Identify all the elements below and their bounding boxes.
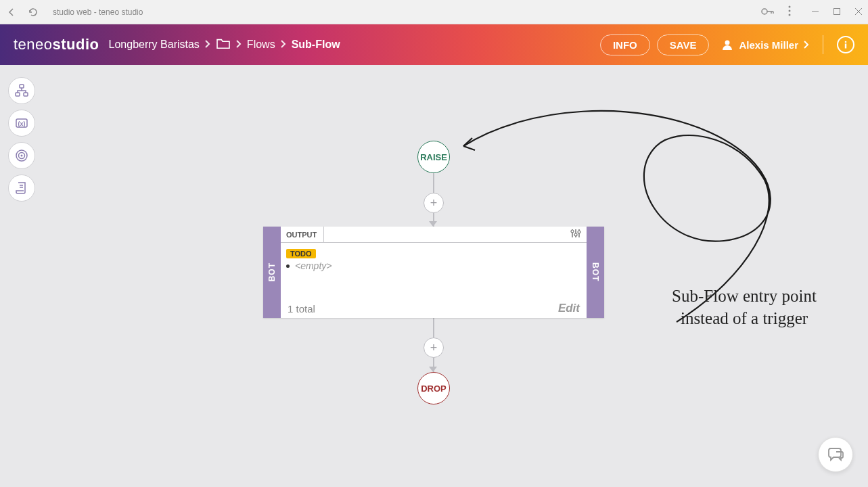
- browser-chrome: studio web - teneo studio: [0, 0, 868, 24]
- output-header: OUTPUT: [286, 227, 324, 242]
- svg-point-3: [789, 14, 791, 16]
- svg-point-16: [571, 230, 574, 233]
- app-header: teneostudio Longberry Baristas Flows Sub…: [0, 24, 868, 65]
- svg-point-2: [789, 9, 791, 11]
- rail-variables-button[interactable]: (x): [8, 110, 35, 137]
- svg-point-15: [21, 155, 23, 157]
- menu-dots-icon[interactable]: [788, 5, 791, 19]
- annotation-text: Sub-Flow entry point instead of a trigge…: [660, 285, 829, 329]
- reload-button[interactable]: [27, 6, 39, 18]
- breadcrumb: Longberry Baristas Flows Sub-Flow: [109, 37, 340, 52]
- svg-point-1: [789, 5, 791, 7]
- output-node[interactable]: BOT OUTPUT TODO <empty> 1 total Edit BOT: [263, 227, 604, 318]
- user-menu[interactable]: Alexis Miller: [721, 39, 809, 51]
- svg-point-0: [762, 9, 767, 14]
- arrow-down-icon: [429, 367, 437, 372]
- svg-text:(x): (x): [18, 120, 26, 127]
- rail-script-button[interactable]: [8, 175, 35, 202]
- raise-node[interactable]: RAISE: [417, 141, 450, 173]
- svg-rect-10: [24, 93, 28, 96]
- app-logo: teneostudio: [14, 36, 99, 53]
- chevron-right-icon: [804, 41, 809, 49]
- todo-badge: TODO: [286, 249, 316, 258]
- svg-rect-7: [845, 44, 846, 49]
- svg-rect-8: [20, 85, 24, 88]
- bot-handle-left[interactable]: BOT: [263, 227, 281, 318]
- folder-icon[interactable]: [216, 37, 231, 52]
- help-button[interactable]: [837, 36, 854, 53]
- breadcrumb-current: Sub-Flow: [292, 39, 340, 51]
- user-icon: [721, 39, 733, 51]
- left-rail: (x): [8, 77, 35, 202]
- divider: [823, 35, 823, 54]
- info-button[interactable]: INFO: [600, 34, 650, 55]
- bot-handle-right[interactable]: BOT: [587, 227, 604, 318]
- save-button[interactable]: SAVE: [657, 34, 710, 55]
- svg-point-5: [725, 41, 730, 45]
- svg-rect-9: [16, 93, 20, 96]
- user-name: Alexis Miller: [739, 39, 798, 51]
- svg-point-18: [578, 231, 580, 233]
- maximize-button[interactable]: [833, 6, 841, 18]
- minimize-button[interactable]: [811, 6, 819, 18]
- rail-structure-button[interactable]: [8, 77, 35, 104]
- page-title: studio web - teneo studio: [53, 7, 143, 17]
- key-icon[interactable]: [761, 6, 775, 18]
- rail-target-button[interactable]: [8, 142, 35, 169]
- breadcrumb-flows[interactable]: Flows: [247, 39, 275, 51]
- svg-rect-4: [834, 8, 840, 14]
- svg-point-6: [845, 41, 847, 43]
- connector: [433, 173, 434, 193]
- flow-canvas[interactable]: (x) RAISE + BOT OUTPUT TODO: [0, 65, 868, 487]
- arrow-down-icon: [429, 221, 437, 227]
- sliders-icon[interactable]: [570, 229, 581, 241]
- breadcrumb-project[interactable]: Longberry Baristas: [109, 39, 200, 51]
- empty-placeholder: <empty>: [295, 260, 332, 271]
- edit-button[interactable]: Edit: [558, 302, 580, 315]
- back-button[interactable]: [5, 6, 18, 18]
- connector: [433, 318, 434, 338]
- total-count: 1 total: [288, 303, 315, 315]
- chat-fab[interactable]: [818, 437, 853, 472]
- drop-node[interactable]: DROP: [417, 372, 450, 404]
- chevron-right-icon: [205, 39, 210, 51]
- chevron-right-icon: [236, 39, 242, 51]
- close-button[interactable]: [854, 6, 863, 18]
- bullet-icon: [286, 264, 290, 268]
- add-node-button[interactable]: +: [424, 193, 444, 213]
- add-node-button[interactable]: +: [424, 338, 444, 358]
- chevron-right-icon: [281, 39, 286, 51]
- svg-point-17: [574, 233, 577, 236]
